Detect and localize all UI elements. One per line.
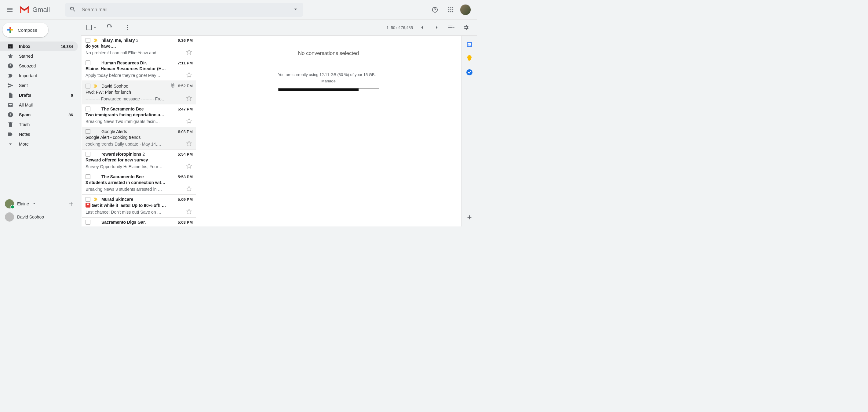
sidebar-item-sent[interactable]: Sent [0,80,78,90]
important-marker[interactable] [93,151,99,157]
sidebar: Compose Inbox16,384StarredSnoozedImporta… [0,20,81,227]
google-apps-button[interactable] [444,3,458,16]
star-button[interactable] [186,208,193,215]
older-page-button[interactable] [431,22,442,33]
sidebar-item-starred[interactable]: Starred [0,51,78,61]
sent-icon [7,82,13,89]
svg-rect-9 [9,27,11,30]
important-marker[interactable] [93,106,99,112]
row-snippet: No problem! I can call Effie Yeaw and … [86,50,184,55]
sidebar-item-count: 86 [69,113,73,117]
refresh-button[interactable] [104,22,115,33]
row-time: 5:03 PM [178,220,193,225]
star-button[interactable] [186,95,193,102]
conversation-row[interactable]: rewardsforopinions 25:54 PMReward offere… [82,149,196,172]
search-bar[interactable] [65,3,303,17]
search-options-button[interactable] [292,6,299,13]
important-marker[interactable] [93,219,99,225]
svg-text:31: 31 [468,43,471,46]
settings-button[interactable] [461,22,471,33]
keep-addon[interactable] [466,55,473,62]
split-pane-button[interactable] [446,22,457,33]
important-marker[interactable] [93,83,99,89]
sidebar-item-spam[interactable]: Spam86 [0,110,78,119]
hangouts-me-row[interactable]: Elaine [4,197,77,211]
conversation-row[interactable]: Sacramento Digs Gar.5:03 PM [82,217,196,227]
row-checkbox[interactable] [86,106,90,111]
sidebar-item-label: Trash [19,122,30,127]
row-checkbox[interactable] [86,129,90,134]
newer-page-button[interactable] [416,22,428,33]
apps-grid-icon [447,6,454,13]
calendar-addon[interactable]: 31 [466,41,473,48]
get-addons-button[interactable] [466,214,473,221]
row-time: 5:09 PM [178,197,193,202]
conversation-row[interactable]: hilary, me, hilary 39:36 PMdo you have….… [81,36,196,58]
conversation-row[interactable]: Human Resources Dir.7:11 PMElaine: Human… [82,58,196,81]
more-actions-button[interactable] [122,22,133,33]
sidebar-item-snoozed[interactable]: Snoozed [0,61,78,71]
hangouts-contact-row[interactable]: David Soohoo [4,211,77,224]
row-checkbox[interactable] [86,220,90,225]
row-checkbox[interactable] [86,38,90,43]
tasks-addon[interactable] [466,69,473,76]
reading-pane: No conversations selected You are curren… [196,36,461,227]
support-button[interactable] [428,3,442,16]
row-checkbox[interactable] [86,61,90,65]
svg-rect-10 [9,30,11,33]
hangouts-contact-name: David Soohoo [17,214,44,219]
important-marker[interactable] [93,174,99,179]
nav-list: Inbox16,384StarredSnoozedImportantSentDr… [0,41,81,149]
sidebar-item-label: All Mail [19,103,33,107]
checkbox-icon [87,25,92,30]
important-marker[interactable] [93,60,99,66]
search-input[interactable] [82,7,292,12]
star-button[interactable] [186,72,193,79]
manage-storage-link[interactable]: Manage [321,79,336,83]
storage-bar-fill [279,89,359,91]
row-checkbox[interactable] [86,174,90,179]
gmail-wordmark: Gmail [32,6,50,14]
sidebar-item-trash[interactable]: Trash [0,119,78,129]
conversation-row[interactable]: Google Alerts6:03 PMGoogle Alert - cooki… [82,127,196,149]
spam-icon [7,112,13,118]
sidebar-item-drafts[interactable]: Drafts6 [0,90,78,100]
gmail-logo[interactable]: Gmail [18,4,50,16]
star-button[interactable] [186,140,193,147]
row-checkbox[interactable] [86,83,90,89]
hangouts-new-button[interactable] [66,199,76,209]
conversation-row[interactable]: David Soohoo6:52 PMFwd: FW: Plan for lun… [82,81,196,104]
compose-button[interactable]: Compose [2,23,48,37]
main-menu-button[interactable] [2,2,17,17]
row-subject: Fwd: FW: Plan for lunch [86,90,193,95]
select-all-checkbox[interactable] [87,25,97,30]
conversation-row[interactable]: Murad Skincare5:09 PMGet it while it las… [82,195,196,217]
account-avatar[interactable] [460,4,471,15]
sidebar-item-label: Drafts [19,93,31,98]
row-subject: Google Alert - cooking trends [86,135,193,140]
sidebar-item-important[interactable]: Important [0,71,78,80]
storage-bar [278,88,379,91]
star-button[interactable] [186,185,193,193]
row-checkbox[interactable] [86,152,90,157]
important-marker[interactable] [93,38,99,43]
important-marker[interactable] [93,197,99,202]
star-icon [7,53,13,59]
sidebar-item-notes[interactable]: Notes [0,129,78,139]
sidebar-item-inbox[interactable]: Inbox16,384 [0,41,78,51]
star-button[interactable] [186,118,193,125]
conversation-row[interactable]: The Sacramento Bee6:47 PMTwo immigrants … [82,104,196,127]
important-marker[interactable] [93,129,99,134]
pagination-range: 1–50 of 76,485 [386,25,413,30]
row-subject: 3 students arrested in connection wit… [86,180,193,185]
conversation-row[interactable]: The Sacramento Bee5:53 PM3 students arre… [82,172,196,195]
sidebar-item-allmail[interactable]: All Mail [0,100,78,110]
star-button[interactable] [186,49,193,56]
row-checkbox[interactable] [86,197,90,202]
important-icon [7,73,13,79]
star-button[interactable] [186,163,193,170]
row-sender: rewardsforopinions 2 [101,152,175,157]
sidebar-item-more[interactable]: More [0,139,78,149]
empty-state-text: No conversations selected [298,50,359,57]
plus-icon [466,214,473,221]
